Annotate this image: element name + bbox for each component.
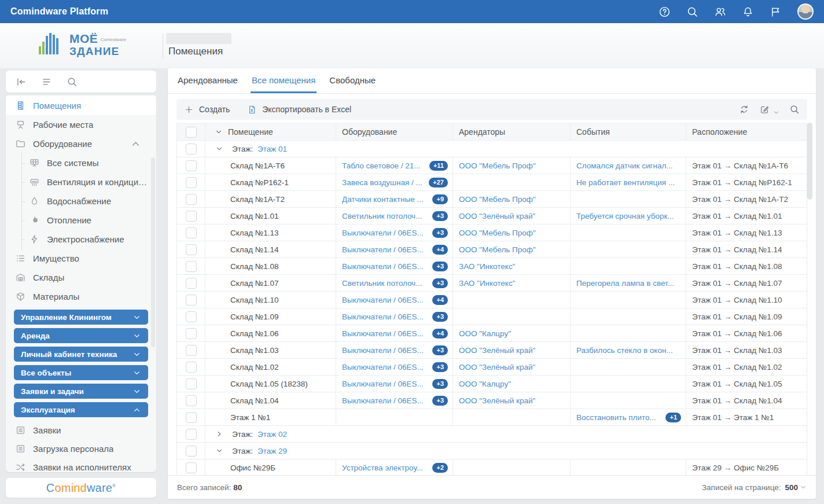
table-row[interactable]: Склад №1.03 Выключатели / 06ES... +3 ООО… — [177, 342, 807, 359]
flag-icon[interactable] — [770, 6, 782, 18]
tenant-link[interactable]: ООО "Зелёный край" — [459, 212, 535, 220]
row-checkbox[interactable] — [186, 177, 197, 188]
notifications-icon[interactable] — [742, 6, 754, 18]
event-link[interactable]: Разбилось стекло в окон... — [576, 346, 673, 355]
tenant-link[interactable]: ЗАО "Инкотекс" — [459, 279, 515, 288]
floor-link[interactable]: Этаж 02 — [258, 430, 287, 439]
app-logo[interactable]: МОЁ Comindware ЗДАНИЕ — [38, 31, 126, 58]
equipment-count-badge[interactable]: +4 — [432, 329, 448, 339]
equipment-link[interactable]: Устройства электроу... — [342, 463, 423, 472]
column-header[interactable]: Расположение — [686, 124, 807, 141]
row-checkbox[interactable] — [186, 194, 197, 205]
equipment-count-badge[interactable]: +3 — [432, 379, 448, 389]
sidebar-item-property[interactable]: Имущество — [6, 249, 156, 268]
sidebar-item-equipment[interactable]: Оборудование — [6, 134, 156, 153]
tenant-link[interactable]: ООО "Мебель Проф" — [459, 245, 536, 254]
row-checkbox[interactable] — [186, 261, 197, 272]
sidebar-group-all-objects[interactable]: Все объекты — [14, 365, 148, 380]
tenant-link[interactable]: ООО "Мебель Проф" — [459, 195, 536, 204]
help-icon[interactable] — [659, 6, 671, 18]
sidebar-item-staff-load[interactable]: Загрузка персонала — [6, 439, 156, 458]
table-row[interactable]: Склад №1.07 Светильник потолоч... +3 ЗАО… — [177, 275, 807, 292]
tenant-link[interactable]: ООО "Зелёный край" — [459, 396, 535, 405]
row-checkbox[interactable] — [186, 378, 197, 389]
row-checkbox[interactable] — [186, 446, 197, 457]
users-icon[interactable] — [714, 6, 726, 18]
equipment-count-badge[interactable]: +4 — [432, 245, 448, 255]
search-icon[interactable] — [67, 76, 78, 87]
table-row[interactable]: Склад №Р162-1 Завеса воздушная / ... +27… — [177, 174, 807, 191]
chevron-icon[interactable] — [130, 138, 141, 149]
sidebar-scrollbar[interactable] — [151, 157, 155, 347]
equipment-link[interactable]: Выключатели / 06ES... — [342, 262, 424, 271]
row-checkbox[interactable] — [186, 328, 197, 339]
row-checkbox[interactable] — [186, 462, 197, 473]
row-checkbox[interactable] — [186, 311, 197, 322]
column-header[interactable]: Помещение — [228, 127, 273, 137]
tab-all-rooms[interactable]: Все помещения — [251, 68, 317, 93]
event-link[interactable]: Перегорела лампа в свет... — [576, 279, 674, 288]
column-header[interactable]: Оборудование — [336, 124, 453, 141]
row-checkbox[interactable] — [186, 211, 197, 222]
table-row[interactable]: Склад №1.08 Выключатели / 06ES... +3 ЗАО… — [177, 258, 807, 275]
table-row[interactable]: Склад №1.02 Выключатели / 06ES... +3 ООО… — [177, 359, 807, 376]
equipment-link[interactable]: Табло световое / 21... — [342, 161, 421, 170]
sidebar-group-technician-cabinet[interactable]: Личный кабинет техника — [14, 347, 148, 362]
tab-free[interactable]: Свободные — [328, 68, 377, 93]
row-checkbox[interactable] — [186, 295, 197, 306]
collapse-icon[interactable] — [16, 76, 27, 87]
event-link[interactable]: Требуется срочная уборк... — [576, 212, 674, 220]
table-row[interactable]: Склад №1.13 Выключатели / 06ES... +3 ООО… — [177, 225, 807, 241]
table-row[interactable]: Этаж 1 №1 Восстановить плито... +1 Этаж … — [177, 409, 807, 426]
row-checkbox[interactable] — [186, 160, 197, 171]
sidebar-item-requests-by-executors[interactable]: Заявки на исполнителях — [6, 458, 156, 472]
equipment-link[interactable]: Выключатели / 06ES... — [342, 329, 424, 338]
table-row[interactable]: Склад №1.10 Выключатели / 06ES... +4 Эта… — [177, 292, 807, 308]
menu-list-icon[interactable] — [41, 76, 52, 87]
table-row[interactable]: Склад №1.01 Светильник потолоч... +3 ООО… — [177, 208, 807, 225]
equipment-count-badge[interactable]: +3 — [432, 211, 448, 221]
equipment-link[interactable]: Выключатели / 06ES... — [342, 312, 424, 321]
equipment-count-badge[interactable]: +4 — [432, 295, 448, 305]
sidebar-group-cleaning-management[interactable]: Управление Клинингом — [14, 310, 148, 325]
expand-icon[interactable] — [215, 145, 223, 153]
sidebar-group-requests-and-tasks[interactable]: Заявки и задачи — [14, 384, 148, 399]
chevron-down-icon[interactable] — [773, 109, 779, 116]
comindware-logo[interactable]: Comindware® — [46, 481, 116, 495]
search-icon[interactable] — [789, 104, 800, 115]
row-checkbox[interactable] — [186, 244, 197, 255]
row-checkbox[interactable] — [186, 429, 197, 440]
table-row[interactable]: Склад №1.06 Выключатели / 06ES... +4 ООО… — [177, 325, 807, 342]
event-link[interactable]: Восстановить плито... — [576, 413, 656, 422]
sidebar-item-rooms[interactable]: Помещения — [6, 96, 156, 115]
tenant-link[interactable]: ООО "Мебель Проф" — [459, 229, 536, 237]
table-row[interactable]: Склад №1.05 (18238) Выключатели / 06ES..… — [177, 376, 807, 392]
sidebar-item-warehouses[interactable]: Склады — [6, 268, 156, 287]
tenant-link[interactable]: ООО "Зелёный край" — [459, 363, 535, 371]
equipment-link[interactable]: Выключатели / 06ES... — [342, 380, 424, 388]
table-row[interactable]: Склад №1.14 Выключатели / 06ES... +4 ООО… — [177, 241, 807, 258]
row-checkbox[interactable] — [186, 412, 197, 423]
equipment-link[interactable]: Выключатели / 06ES... — [342, 296, 424, 304]
equipment-link[interactable]: Светильник потолоч... — [342, 279, 422, 288]
equipment-count-badge[interactable]: +27 — [429, 178, 448, 187]
refresh-icon[interactable] — [739, 104, 749, 115]
row-checkbox[interactable] — [186, 395, 197, 406]
equipment-count-badge[interactable]: +9 — [432, 194, 448, 204]
sidebar-item-heating[interactable]: Отопление — [6, 211, 156, 230]
equipment-count-badge[interactable]: +3 — [432, 262, 448, 271]
row-checkbox[interactable] — [186, 144, 197, 154]
row-checkbox[interactable] — [186, 278, 197, 289]
floor-link[interactable]: Этаж 29 — [258, 447, 287, 455]
sidebar-group-rent[interactable]: Аренда — [14, 328, 148, 343]
row-checkbox[interactable] — [186, 227, 197, 238]
equipment-link[interactable]: Выключатели / 06ES... — [342, 245, 424, 254]
expand-icon[interactable] — [215, 430, 223, 438]
equipment-link[interactable]: Светильник потолоч... — [342, 212, 422, 220]
expand-icon[interactable] — [215, 447, 223, 455]
equipment-count-badge[interactable]: +3 — [432, 228, 448, 238]
equipment-count-badge[interactable]: +3 — [432, 345, 448, 355]
column-header[interactable]: Арендаторы — [453, 124, 571, 141]
table-row[interactable]: Склад №1А-Т2 Датчики контактные ... +9 О… — [177, 191, 807, 208]
tenant-link[interactable]: ООО "Мебель Проф" — [459, 161, 536, 170]
